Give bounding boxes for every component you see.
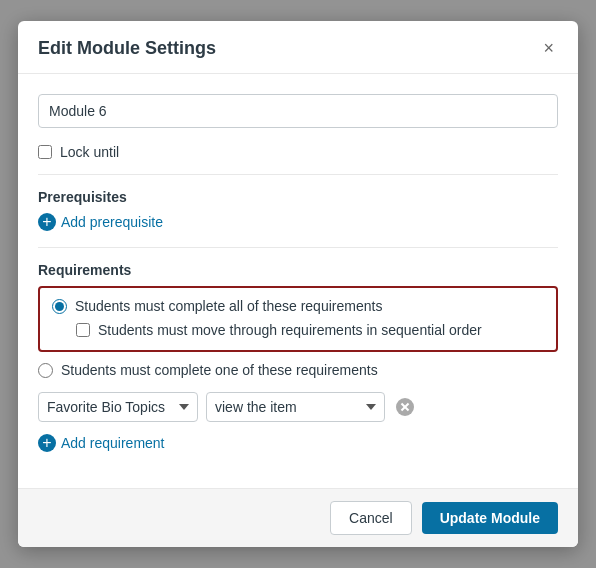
radio-option1[interactable] <box>52 299 67 314</box>
lock-until-row: Lock until <box>38 144 558 160</box>
module-name-input[interactable] <box>38 94 558 128</box>
radio-row-option2: Students must complete one of these requ… <box>38 362 558 378</box>
modal-body: Lock until Prerequisites + Add prerequis… <box>18 74 578 488</box>
modal-footer: Cancel Update Module <box>18 488 578 547</box>
modal-overlay: Edit Module Settings × Lock until Prereq… <box>0 0 596 568</box>
modal-dialog: Edit Module Settings × Lock until Prereq… <box>18 21 578 547</box>
divider-2 <box>38 247 558 248</box>
requirements-section: Requirements Students must complete all … <box>38 262 558 452</box>
requirements-title: Requirements <box>38 262 558 278</box>
sequential-checkbox[interactable] <box>76 323 90 337</box>
radio-option2-label: Students must complete one of these requ… <box>61 362 378 378</box>
modal-title: Edit Module Settings <box>38 38 216 59</box>
sub-checkbox-row: Students must move through requirements … <box>76 322 544 338</box>
radio-row-option1: Students must complete all of these requ… <box>52 298 544 314</box>
prerequisites-title: Prerequisites <box>38 189 558 205</box>
lock-until-label: Lock until <box>60 144 119 160</box>
add-requirement-label: Add requirement <box>61 435 165 451</box>
add-prerequisite-button[interactable]: + Add prerequisite <box>38 213 163 231</box>
lock-until-checkbox[interactable] <box>38 145 52 159</box>
add-requirement-button[interactable]: + Add requirement <box>38 434 165 452</box>
add-prerequisite-label: Add prerequisite <box>61 214 163 230</box>
requirements-option1-box: Students must complete all of these requ… <box>38 286 558 352</box>
add-req-plus-icon: + <box>38 434 56 452</box>
plus-icon: + <box>38 213 56 231</box>
remove-requirement-button[interactable] <box>393 395 417 419</box>
requirement-dropdowns: Favorite Bio Topics view the item mark a… <box>38 392 558 422</box>
radio-option1-label: Students must complete all of these requ… <box>75 298 382 314</box>
requirement-item-select[interactable]: Favorite Bio Topics <box>38 392 198 422</box>
cancel-button[interactable]: Cancel <box>330 501 412 535</box>
remove-icon <box>396 398 414 416</box>
close-button[interactable]: × <box>539 37 558 59</box>
sequential-label: Students must move through requirements … <box>98 322 482 338</box>
module-name-group <box>38 94 558 128</box>
radio-option2[interactable] <box>38 363 53 378</box>
prerequisites-section: Prerequisites + Add prerequisite <box>38 189 558 231</box>
requirement-action-select[interactable]: view the item mark as done contribute to… <box>206 392 385 422</box>
modal-header: Edit Module Settings × <box>18 21 578 74</box>
divider-1 <box>38 174 558 175</box>
update-module-button[interactable]: Update Module <box>422 502 558 534</box>
